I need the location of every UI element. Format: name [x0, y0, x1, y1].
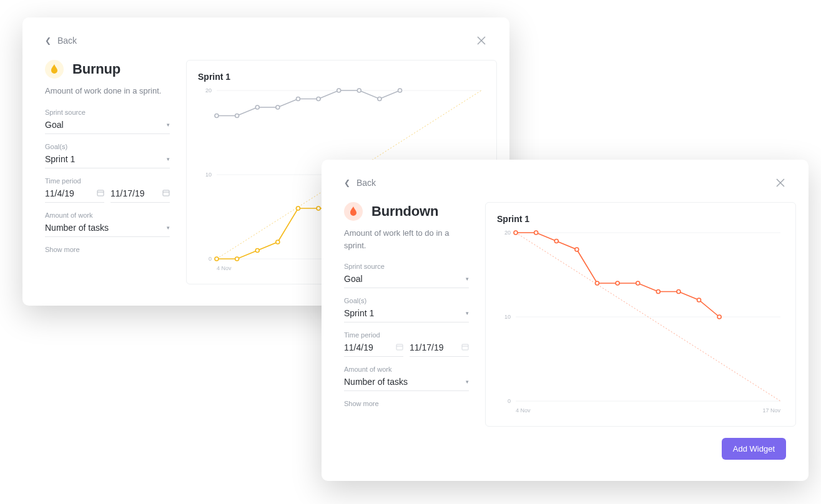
start-date-value: 11/4/19: [45, 188, 74, 198]
chevron-down-icon: ▾: [167, 122, 170, 128]
start-date-value: 11/4/19: [344, 342, 373, 352]
svg-point-50: [575, 248, 579, 251]
chart-title: Sprint 1: [497, 214, 784, 224]
svg-point-55: [677, 290, 681, 294]
burndown-chart-card: Sprint 1 010204 Nov17 Nov: [485, 202, 796, 427]
svg-point-51: [595, 281, 599, 285]
goals-value: Sprint 1: [344, 308, 374, 318]
show-more-link[interactable]: Show more: [45, 246, 170, 253]
svg-point-27: [296, 206, 300, 210]
sprint-source-value: Goal: [45, 120, 64, 130]
flame-icon: [50, 64, 59, 74]
widget-header: Burndown: [344, 202, 469, 221]
svg-text:0: 0: [508, 398, 511, 404]
amount-of-work-label: Amount of work: [45, 211, 170, 219]
goals-label: Goal(s): [344, 297, 469, 304]
goals-select[interactable]: Sprint 1 ▾: [344, 307, 469, 322]
flame-icon: [349, 206, 358, 216]
close-button[interactable]: [476, 35, 487, 46]
calendar-icon: [396, 342, 403, 352]
svg-point-47: [514, 231, 518, 235]
amount-of-work-value: Number of tasks: [344, 377, 408, 387]
amount-of-work-value: Number of tasks: [45, 223, 109, 233]
svg-point-21: [378, 97, 381, 101]
svg-point-13: [215, 114, 219, 118]
time-period-label: Time period: [45, 177, 170, 185]
svg-point-57: [717, 315, 721, 319]
burndown.fields.sprint_source.value: Goal: [344, 274, 363, 284]
svg-text:20: 20: [504, 230, 511, 236]
burnup-icon-badge: [45, 60, 64, 79]
calendar-icon: [162, 188, 170, 198]
svg-rect-4: [163, 190, 169, 196]
svg-text:10: 10: [205, 172, 212, 178]
svg-text:0: 0: [209, 256, 212, 262]
burndown-modal: ❮ Back Burndown Amount of work left to d…: [322, 160, 809, 481]
svg-point-16: [276, 105, 280, 109]
sprint-source-select[interactable]: Goal ▾: [344, 273, 469, 288]
svg-point-24: [235, 257, 239, 261]
svg-rect-38: [462, 344, 468, 350]
svg-rect-36: [396, 344, 403, 350]
svg-text:20: 20: [205, 87, 212, 94]
sprint-source-label: Sprint source: [45, 109, 170, 116]
show-more-link[interactable]: Show more: [344, 400, 469, 407]
goals-value: Sprint 1: [45, 154, 75, 164]
svg-point-19: [337, 89, 341, 92]
end-date-value: 11/17/19: [410, 342, 444, 352]
svg-point-56: [697, 298, 701, 302]
sprint-source-label: Sprint source: [344, 263, 469, 270]
config-sidebar: Burndown Amount of work left to do in a …: [344, 202, 469, 427]
chevron-down-icon: ▾: [466, 276, 469, 282]
svg-point-28: [317, 206, 320, 210]
svg-point-22: [398, 89, 402, 92]
svg-point-25: [255, 249, 259, 253]
end-date-input[interactable]: 11/17/19: [410, 341, 469, 357]
widget-header: Burnup: [45, 60, 170, 79]
svg-point-15: [255, 105, 259, 109]
widget-title: Burndown: [371, 203, 438, 220]
end-date-input[interactable]: 11/17/19: [111, 187, 170, 203]
svg-point-53: [636, 281, 640, 285]
modal-topbar: ❮ Back: [344, 177, 786, 188]
svg-point-18: [317, 97, 320, 101]
svg-point-49: [554, 240, 558, 243]
svg-point-14: [235, 114, 239, 118]
config-sidebar: Burnup Amount of work done in a sprint. …: [45, 60, 170, 284]
widget-title: Burnup: [72, 61, 120, 77]
back-button[interactable]: ❮ Back: [45, 36, 77, 46]
svg-point-20: [357, 89, 361, 92]
svg-point-17: [296, 97, 300, 101]
goals-select[interactable]: Sprint 1 ▾: [45, 153, 170, 168]
widget-description: Amount of work left to do in a sprint.: [344, 227, 469, 251]
chevron-left-icon: ❮: [45, 36, 51, 45]
close-button[interactable]: [775, 177, 786, 188]
amount-of-work-select[interactable]: Number of tasks ▾: [45, 221, 170, 237]
amount-of-work-select[interactable]: Number of tasks ▾: [344, 376, 469, 391]
calendar-icon: [97, 188, 104, 198]
chevron-left-icon: ❮: [344, 178, 350, 187]
svg-text:10: 10: [504, 314, 511, 320]
burndown-icon-badge: [344, 202, 363, 221]
close-icon: [476, 36, 486, 46]
svg-point-54: [656, 290, 660, 294]
chevron-down-icon: ▾: [466, 310, 469, 316]
burndown-chart: 010204 Nov17 Nov: [497, 229, 784, 419]
back-button[interactable]: ❮ Back: [344, 178, 376, 188]
chevron-down-icon: ▾: [466, 379, 469, 385]
start-date-input[interactable]: 11/4/19: [344, 341, 403, 357]
calendar-icon: [461, 342, 469, 352]
chevron-down-icon: ▾: [167, 156, 170, 162]
goals-label: Goal(s): [45, 143, 170, 150]
back-label: Back: [356, 178, 376, 188]
svg-rect-2: [97, 190, 104, 196]
svg-point-26: [276, 240, 280, 244]
svg-text:4 Nov: 4 Nov: [516, 407, 531, 414]
amount-of-work-label: Amount of work: [344, 366, 469, 373]
close-icon: [775, 178, 785, 188]
sprint-source-select[interactable]: Goal ▾: [45, 119, 170, 134]
back-label: Back: [57, 36, 77, 46]
add-widget-button[interactable]: Add Widget: [722, 438, 786, 460]
start-date-input[interactable]: 11/4/19: [45, 187, 104, 203]
widget-description: Amount of work done in a sprint.: [45, 85, 170, 97]
